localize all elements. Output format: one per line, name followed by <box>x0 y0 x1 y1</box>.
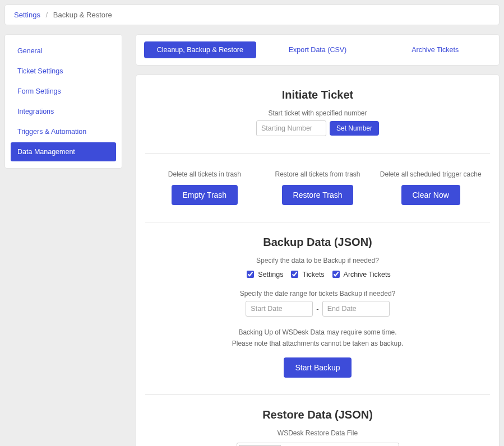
sidebar-item-form[interactable]: Form Settings <box>11 82 116 101</box>
tab-export-csv[interactable]: Export Data (CSV) <box>262 41 374 58</box>
initiate-title: Initiate Ticket <box>145 89 490 101</box>
checkbox-archive-label: Archive Tickets <box>344 271 391 278</box>
checkbox-archive-wrap[interactable]: Archive Tickets <box>330 269 391 280</box>
breadcrumb-current: Backup & Restore <box>53 11 112 19</box>
checkbox-tickets-label: Tickets <box>302 271 324 278</box>
sidebar-item-triggers[interactable]: Triggers & Automation <box>11 122 116 141</box>
sidebar-item-data-management[interactable]: Data Management <box>11 142 116 161</box>
sidebar-item-general[interactable]: General <box>11 41 116 61</box>
section-backup: Backup Data (JSON) Specify the data to b… <box>145 222 490 395</box>
empty-trash-button[interactable]: Empty Trash <box>172 185 238 205</box>
start-date-input[interactable] <box>246 301 313 317</box>
main-panel: Initiate Ticket Start ticket with specif… <box>136 75 500 446</box>
clear-cache-desc: Delete all scheduled trigger cache <box>377 170 484 178</box>
checkbox-tickets[interactable] <box>291 271 298 278</box>
restore-subtitle: WSDesk Restore Data File <box>145 429 490 437</box>
checkbox-archive[interactable] <box>332 271 340 278</box>
restore-trash-desc: Restore all tickets from trash <box>264 170 372 178</box>
section-initiate-ticket: Initiate Ticket Start ticket with specif… <box>145 89 490 154</box>
tab-bar: Cleanup, Backup & Restore Export Data (C… <box>136 34 500 66</box>
tab-archive-tickets[interactable]: Archive Tickets <box>379 41 491 58</box>
backup-note-1: Backing Up of WSDesk Data may require so… <box>145 327 490 338</box>
end-date-input[interactable] <box>322 301 390 317</box>
date-range-separator: - <box>316 305 318 313</box>
starting-number-input[interactable] <box>256 120 326 136</box>
empty-trash-desc: Delete all tickets in trash <box>151 170 258 178</box>
restore-file-input[interactable]: Choose File No file chosen <box>237 443 399 446</box>
backup-note-2: Please note that attachments cannot be t… <box>145 338 490 349</box>
set-number-button[interactable]: Set Number <box>330 121 379 136</box>
clear-now-button[interactable]: Clear Now <box>401 185 460 205</box>
section-cleanup: Delete all tickets in trash Empty Trash … <box>145 154 490 222</box>
backup-question-2: Specify the date range for tickets Backu… <box>145 290 490 298</box>
sidebar-item-ticket[interactable]: Ticket Settings <box>11 62 116 81</box>
start-backup-button[interactable]: Start Backup <box>284 357 351 378</box>
section-restore: Restore Data (JSON) WSDesk Restore Data … <box>145 395 490 446</box>
checkbox-settings-wrap[interactable]: Settings <box>244 269 283 280</box>
backup-question-1: Specify the data to be Backup if needed? <box>145 257 490 264</box>
checkbox-settings[interactable] <box>247 271 254 278</box>
breadcrumb: Settings / Backup & Restore <box>4 4 500 25</box>
restore-trash-button[interactable]: Restore Trash <box>282 185 354 205</box>
sidebar-item-integrations[interactable]: Integrations <box>11 102 116 121</box>
tab-cleanup-backup-restore[interactable]: Cleanup, Backup & Restore <box>144 41 256 58</box>
restore-title: Restore Data (JSON) <box>145 408 490 421</box>
backup-title: Backup Data (JSON) <box>145 236 490 249</box>
breadcrumb-separator: / <box>46 11 48 19</box>
settings-sidebar: General Ticket Settings Form Settings In… <box>4 34 122 169</box>
initiate-subtitle: Start ticket with specified number <box>145 109 490 117</box>
checkbox-settings-label: Settings <box>258 271 283 278</box>
breadcrumb-root[interactable]: Settings <box>14 11 40 19</box>
checkbox-tickets-wrap[interactable]: Tickets <box>289 269 324 280</box>
